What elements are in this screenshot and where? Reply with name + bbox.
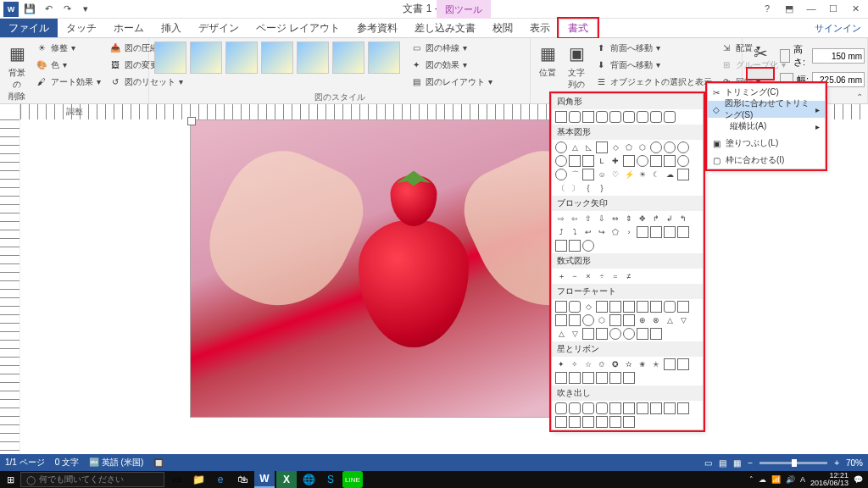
shape-arrow[interactable]: ↱ bbox=[650, 213, 662, 225]
shape-diamond[interactable]: ◇ bbox=[609, 141, 621, 153]
qat-redo-icon[interactable]: ↷ bbox=[59, 2, 75, 17]
shape-decagon[interactable] bbox=[677, 141, 689, 153]
shape-arrow[interactable] bbox=[637, 226, 648, 238]
shape-direct-access[interactable] bbox=[637, 328, 648, 340]
shape-cross[interactable]: ✚ bbox=[609, 155, 621, 167]
shape-callout[interactable] bbox=[623, 402, 635, 414]
style-thumb[interactable] bbox=[190, 42, 222, 74]
menu-crop-to-shape[interactable]: ◇図形に合わせてトリミング(S)▸ bbox=[708, 101, 825, 118]
shape-arrow[interactable] bbox=[677, 226, 689, 238]
taskbar-explorer-icon[interactable]: 📁 bbox=[188, 471, 209, 488]
bring-forward-button[interactable]: ⬆前面へ移動 ▾ bbox=[592, 40, 715, 56]
shape-callout[interactable] bbox=[650, 402, 662, 414]
zoom-level[interactable]: 70% bbox=[846, 458, 863, 468]
shape-arrow-ud[interactable]: ⇕ bbox=[623, 213, 635, 225]
shape-document[interactable] bbox=[637, 301, 648, 313]
shape-callout[interactable] bbox=[664, 402, 676, 414]
shape-arrow-down[interactable]: ⇩ bbox=[596, 213, 608, 225]
shape-ribbon[interactable] bbox=[677, 358, 689, 370]
shape-sun[interactable]: ☀ bbox=[637, 169, 648, 180]
corrections-button[interactable]: ☀修整 ▾ bbox=[32, 40, 104, 56]
tab-view[interactable]: 表示 bbox=[521, 19, 559, 37]
shape-seq-storage[interactable] bbox=[609, 328, 621, 340]
style-thumb[interactable] bbox=[297, 42, 329, 74]
shape-wave[interactable] bbox=[623, 372, 635, 384]
shape-star[interactable]: ✫ bbox=[623, 358, 635, 370]
shape-stored-data[interactable] bbox=[582, 328, 594, 340]
picture-effects-button[interactable]: ✦図の効果 ▾ bbox=[407, 57, 496, 73]
shape-arrow[interactable] bbox=[582, 240, 594, 252]
shape-ribbon[interactable] bbox=[569, 372, 581, 384]
crop-dropdown[interactable] bbox=[748, 69, 773, 79]
zoom-in-icon[interactable]: + bbox=[834, 458, 839, 468]
shape-mag-disk[interactable] bbox=[623, 328, 635, 340]
status-language[interactable]: 🔤 英語 (米国) bbox=[89, 457, 143, 469]
tab-home[interactable]: ホーム bbox=[105, 19, 153, 37]
tray-chevron-icon[interactable]: ˄ bbox=[749, 475, 754, 484]
shape-decision[interactable]: ◇ bbox=[582, 301, 594, 313]
tab-references[interactable]: 参考資料 bbox=[348, 19, 406, 37]
view-read-icon[interactable]: ▭ bbox=[704, 458, 712, 468]
tray-onedrive-icon[interactable]: ☁ bbox=[759, 475, 766, 484]
taskbar-store-icon[interactable]: 🛍 bbox=[232, 471, 253, 488]
picture-style-gallery[interactable] bbox=[153, 40, 402, 75]
style-thumb[interactable] bbox=[332, 42, 364, 74]
shape-callout[interactable] bbox=[569, 416, 581, 428]
view-print-icon[interactable]: ▤ bbox=[719, 458, 726, 468]
start-button[interactable]: ⊞ bbox=[2, 471, 19, 488]
tray-volume-icon[interactable]: 🔊 bbox=[786, 475, 795, 484]
shape-multidoc[interactable] bbox=[650, 301, 662, 313]
shape-delay[interactable] bbox=[596, 328, 608, 340]
shape-smiley[interactable]: ☺ bbox=[596, 169, 608, 180]
shape-predef[interactable] bbox=[609, 301, 621, 313]
shape-l-shape[interactable]: L bbox=[596, 155, 608, 167]
shape-rbracket[interactable]: 〕 bbox=[569, 182, 581, 194]
close-icon[interactable]: ✕ bbox=[848, 3, 863, 14]
status-record[interactable]: 🔲 bbox=[153, 458, 164, 468]
tray-notifications-icon[interactable]: 💬 bbox=[854, 475, 863, 484]
shape-lbracket[interactable]: 〔 bbox=[555, 182, 567, 194]
shape-arrow-chevron[interactable]: › bbox=[623, 226, 635, 238]
shape-arrow-pentagon[interactable]: ⬠ bbox=[609, 226, 621, 238]
shape-manual-input[interactable] bbox=[555, 314, 567, 326]
system-tray[interactable]: ˄ ☁ 📶 🔊 A 12:21 2016/06/13 💬 bbox=[749, 472, 866, 487]
tab-format[interactable]: 書式 bbox=[559, 19, 598, 37]
shape-prep[interactable] bbox=[677, 301, 689, 313]
taskbar-edge-icon[interactable]: e bbox=[210, 471, 231, 488]
shape-heptagon[interactable] bbox=[650, 141, 662, 153]
shape-plus[interactable]: ＋ bbox=[555, 270, 567, 282]
shape-callout[interactable] bbox=[596, 402, 608, 414]
shape-arrow[interactable]: ↰ bbox=[677, 213, 689, 225]
menu-fill[interactable]: ▣塗りつぶし(L) bbox=[708, 135, 825, 152]
shape-arrow[interactable] bbox=[555, 240, 567, 252]
shape-cube[interactable] bbox=[650, 155, 662, 167]
document-canvas[interactable] bbox=[20, 119, 868, 454]
shape-star[interactable]: ✩ bbox=[596, 358, 608, 370]
shape-junction[interactable]: ⊕ bbox=[637, 314, 648, 326]
shape-pie[interactable] bbox=[569, 155, 581, 167]
help-icon[interactable]: ? bbox=[760, 3, 775, 14]
shape-divide[interactable]: ÷ bbox=[596, 270, 608, 282]
shape-ribbon[interactable] bbox=[664, 358, 676, 370]
shape-collate[interactable]: △ bbox=[664, 314, 676, 326]
shape-bevel[interactable] bbox=[664, 155, 676, 167]
shape-callout[interactable] bbox=[555, 416, 567, 428]
shape-rbrace[interactable]: } bbox=[596, 182, 608, 194]
shape-oval[interactable] bbox=[555, 141, 567, 153]
remove-background-button[interactable]: ▦ 背景の 削除 bbox=[3, 40, 31, 104]
shape-ribbon[interactable] bbox=[555, 372, 567, 384]
shape-sort[interactable]: ▽ bbox=[677, 314, 689, 326]
taskbar-line-icon[interactable]: LINE bbox=[342, 471, 363, 488]
shape-callout[interactable] bbox=[582, 416, 594, 428]
shape-minus[interactable]: − bbox=[569, 270, 581, 282]
shape-equals[interactable]: = bbox=[609, 270, 621, 282]
shape-terminator[interactable] bbox=[664, 301, 676, 313]
shape-multiply[interactable]: × bbox=[582, 270, 594, 282]
shape-rounded-rect[interactable] bbox=[569, 111, 581, 123]
qat-undo-icon[interactable]: ↶ bbox=[41, 2, 56, 17]
menu-fit[interactable]: ▢枠に合わせる(I) bbox=[708, 152, 825, 169]
shape-card[interactable] bbox=[609, 314, 621, 326]
status-page[interactable]: 1/1 ページ bbox=[5, 457, 45, 469]
shape-moon[interactable]: ☾ bbox=[650, 169, 662, 180]
shape-dodecagon[interactable] bbox=[555, 155, 567, 167]
